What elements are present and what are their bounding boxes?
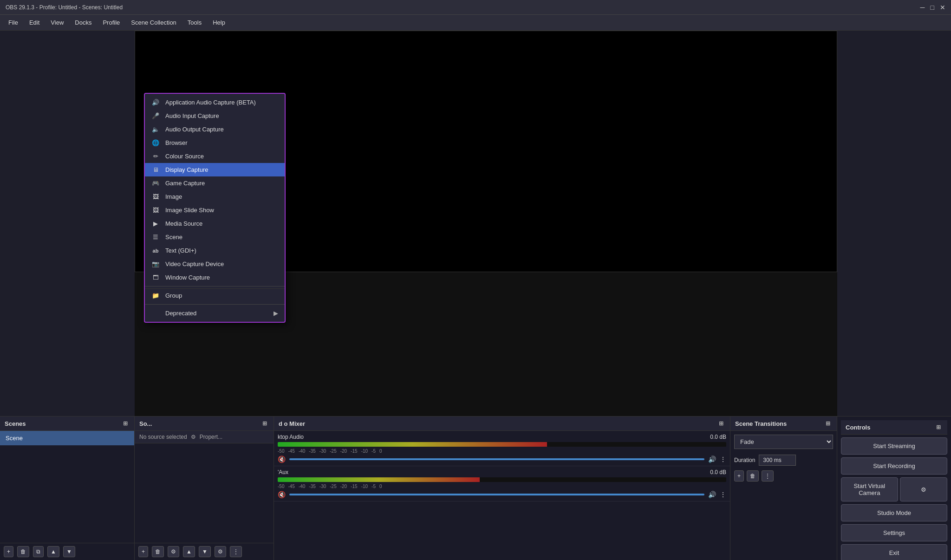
scene-copy-btn[interactable]: ⧉ xyxy=(33,546,44,557)
minimize-button[interactable]: ─ xyxy=(920,4,925,11)
audio-desktop-vol-icon[interactable]: 🔊 xyxy=(708,456,716,463)
image-slide-show-icon: 🖼 xyxy=(151,207,160,214)
sources-icon-btn[interactable]: ⊞ xyxy=(261,419,269,428)
start-streaming-button[interactable]: Start Streaming xyxy=(841,437,947,455)
right-area xyxy=(837,31,951,416)
source-more-btn[interactable]: ⋮ xyxy=(230,546,242,557)
source-delete-btn[interactable]: 🗑 xyxy=(152,546,164,557)
scene-transitions-icon-btn[interactable]: ⊞ xyxy=(824,419,832,428)
start-virtual-camera-button[interactable]: Start Virtual Camera xyxy=(841,477,898,501)
menu-window-capture[interactable]: 🗔 Window Capture xyxy=(145,271,285,284)
menu-scene[interactable]: ☰ Scene xyxy=(145,230,285,244)
audio-desktop-controls: 🔇 🔊 ⋮ xyxy=(278,456,726,463)
audio-aux-controls: 🔇 🔊 ⋮ xyxy=(278,491,726,498)
close-button[interactable]: ✕ xyxy=(940,4,945,11)
audio-desktop-fader[interactable] xyxy=(289,458,704,460)
bottom-panels: Scenes ⊞ Scene + 🗑 ⧉ ▲ ▼ So... ⊞ xyxy=(0,416,951,560)
source-up-btn[interactable]: ▲ xyxy=(183,546,195,557)
audio-desktop-more-btn[interactable]: ⋮ xyxy=(720,456,726,463)
menu-file[interactable]: File xyxy=(4,17,23,28)
group-label: Group xyxy=(165,292,278,299)
audio-channel-aux-header: 'Aux 0.0 dB xyxy=(278,469,726,475)
menu-display-capture[interactable]: 🖥 Display Capture xyxy=(145,163,285,176)
menu-video-capture-device[interactable]: 📷 Video Capture Device xyxy=(145,257,285,271)
menu-separator-1 xyxy=(145,286,285,287)
audio-aux-mute-icon[interactable]: 🔇 xyxy=(278,491,286,498)
controls-title: Controls xyxy=(846,424,870,431)
menu-group[interactable]: 📁 Group xyxy=(145,288,285,302)
audio-aux-vol-icon[interactable]: 🔊 xyxy=(708,491,716,498)
audio-mixer-icon-btn[interactable]: ⊞ xyxy=(717,419,725,428)
scenes-icon-btn[interactable]: ⊞ xyxy=(121,419,130,428)
menu-deprecated[interactable]: Deprecated ▶ xyxy=(145,306,285,320)
menu-profile[interactable]: Profile xyxy=(98,17,124,28)
colour-source-icon: ✏ xyxy=(151,153,160,160)
scenes-panel: Scenes ⊞ Scene + 🗑 ⧉ ▲ ▼ xyxy=(0,417,135,560)
source-add-btn[interactable]: + xyxy=(138,546,148,557)
game-capture-label: Game Capture xyxy=(165,180,278,187)
properties-label: Propert... xyxy=(200,434,222,440)
sources-header-icons: ⊞ xyxy=(261,419,269,428)
menu-game-capture[interactable]: 🎮 Game Capture xyxy=(145,176,285,190)
display-capture-icon: 🖥 xyxy=(151,166,160,173)
menu-edit[interactable]: Edit xyxy=(25,17,44,28)
scene-delete-btn[interactable]: 🗑 xyxy=(17,546,29,557)
audio-aux-more-btn[interactable]: ⋮ xyxy=(720,491,726,498)
menu-scene-collection[interactable]: Scene Collection xyxy=(126,17,181,28)
titlebar: OBS 29.1.3 - Profile: Untitled - Scenes:… xyxy=(0,0,951,15)
image-slide-show-label: Image Slide Show xyxy=(165,207,278,214)
source-down-btn[interactable]: ▼ xyxy=(199,546,211,557)
window-capture-icon: 🗔 xyxy=(151,274,160,281)
exit-button[interactable]: Exit xyxy=(841,544,947,560)
virtual-camera-settings-btn[interactable]: ⚙ xyxy=(900,477,948,501)
sources-title: So... xyxy=(139,420,152,427)
audio-scale-2: -50-45-40-35-30-25-20-15-10-50 xyxy=(278,484,726,489)
menu-view[interactable]: View xyxy=(46,17,68,28)
menu-image[interactable]: 🖼 Image xyxy=(145,190,285,203)
menu-audio-input-capture[interactable]: 🎤 Audio Input Capture xyxy=(145,109,285,123)
transition-add-btn[interactable]: + xyxy=(734,470,744,482)
duration-input[interactable] xyxy=(759,455,796,466)
settings-button[interactable]: Settings xyxy=(841,524,947,541)
scene-item-scene[interactable]: Scene xyxy=(0,431,134,445)
menu-docks[interactable]: Docks xyxy=(70,17,96,28)
menu-audio-output-capture[interactable]: 🔈 Audio Output Capture xyxy=(145,123,285,136)
app-audio-capture-label: Application Audio Capture (BETA) xyxy=(165,99,278,106)
scene-add-btn[interactable]: + xyxy=(4,546,13,557)
transition-select[interactable]: Fade Cut Swipe xyxy=(734,435,833,449)
scene-down-btn[interactable]: ▼ xyxy=(63,546,75,557)
source-settings-btn[interactable]: ⚙ xyxy=(168,546,179,557)
audio-channel-desktop: ktop Audio 0.0 dB -50-45-40-35-30-25-20-… xyxy=(274,431,730,466)
source-gear2-btn[interactable]: ⚙ xyxy=(215,546,226,557)
titlebar-title: OBS 29.1.3 - Profile: Untitled - Scenes:… xyxy=(6,4,123,11)
menu-help[interactable]: Help xyxy=(208,17,230,28)
menu-media-source[interactable]: ▶ Media Source xyxy=(145,217,285,230)
menu-tools[interactable]: Tools xyxy=(183,17,206,28)
text-gdi-label: Text (GDI+) xyxy=(165,247,278,254)
audio-channel-aux: 'Aux 0.0 dB -50-45-40-35-30-25-20-15-10-… xyxy=(274,466,730,501)
audio-desktop-meter xyxy=(278,442,726,447)
menu-app-audio-capture[interactable]: 🔊 Application Audio Capture (BETA) xyxy=(145,96,285,109)
scene-label: Scene xyxy=(165,234,278,241)
audio-desktop-name: ktop Audio xyxy=(278,434,304,440)
group-icon: 📁 xyxy=(151,292,160,299)
audio-aux-meter-bar xyxy=(278,477,480,482)
transition-delete-btn[interactable]: 🗑 xyxy=(747,470,759,482)
menu-image-slide-show[interactable]: 🖼 Image Slide Show xyxy=(145,203,285,217)
audio-aux-fader[interactable] xyxy=(289,494,704,495)
menu-text-gdi[interactable]: ab Text (GDI+) xyxy=(145,244,285,257)
scene-up-btn[interactable]: ▲ xyxy=(47,546,59,557)
controls-icon-btn[interactable]: ⊞ xyxy=(934,423,943,431)
top-area xyxy=(0,31,951,416)
start-recording-button[interactable]: Start Recording xyxy=(841,457,947,475)
duration-row: Duration xyxy=(730,453,837,468)
maximize-button[interactable]: □ xyxy=(931,4,934,11)
deprecated-label: Deprecated xyxy=(165,310,268,317)
audio-output-capture-label: Audio Output Capture xyxy=(165,126,278,133)
menu-colour-source[interactable]: ✏ Colour Source xyxy=(145,150,285,163)
transition-more-btn[interactable]: ⋮ xyxy=(762,470,774,482)
menu-browser[interactable]: 🌐 Browser xyxy=(145,136,285,150)
studio-mode-button[interactable]: Studio Mode xyxy=(841,504,947,521)
audio-desktop-mute-icon[interactable]: 🔇 xyxy=(278,456,286,463)
gear-icon: ⚙ xyxy=(191,434,196,440)
